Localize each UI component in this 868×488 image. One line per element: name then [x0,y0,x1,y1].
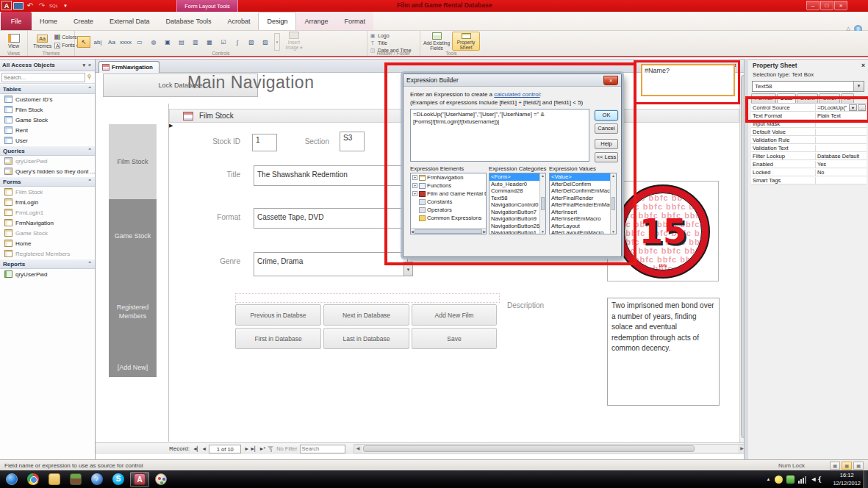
record-search-input[interactable] [300,445,345,453]
list-item[interactable]: AfterInsertEmMacro [550,215,610,223]
builder-icon[interactable]: ... [858,104,866,111]
nav-item[interactable]: Query's hidden so they dont ... [0,166,95,176]
control-selector[interactable]: Text58 ▼ [752,81,864,92]
dialog-close-icon[interactable]: × [603,76,618,85]
qat-button[interactable]: A [1,1,12,10]
list-item[interactable]: <Form> [489,173,539,181]
expand-icon[interactable]: + [412,183,417,188]
ribbon-tab[interactable]: Format [337,12,374,30]
filter-status[interactable]: No Filter [276,445,297,452]
side-tab-film-stock[interactable]: Film Stock [109,124,157,199]
property-sheet-button[interactable]: Property Sheet [452,32,480,51]
description-field[interactable]: Two imprisoned men bond over a number of… [607,298,720,406]
section-field[interactable]: S3 [340,132,365,151]
control-icon[interactable]: ▭ [133,36,146,48]
record-position[interactable]: 1 of 10 [209,445,241,453]
nav-item[interactable]: Film Stock [0,104,95,115]
stock-id-field[interactable]: 1 [252,134,277,151]
record-nav-icon[interactable]: ◄▏ [192,446,201,452]
ribbon-tab[interactable]: External Data [101,12,158,30]
record-nav-icon[interactable]: ►▏ [249,446,258,452]
insert-image-button[interactable]: Insert Image ▾ [281,32,306,51]
dropdown-icon[interactable]: ▼ [853,82,864,91]
control-icon[interactable]: ▥ [189,36,202,48]
form-button[interactable]: Add New Film [412,304,497,326]
ribbon-tab[interactable]: Home [32,12,65,30]
tree-item[interactable]: +FrmNavigation [411,173,486,182]
nav-section-forms[interactable]: Forms⌃ [0,176,95,187]
header-footer-button[interactable]: TTitle [370,40,417,46]
volume-icon[interactable]: ◄❴ [811,476,822,483]
qat-button[interactable] [13,2,24,10]
taskbar-icon[interactable] [45,472,64,487]
list-item[interactable]: NavigationButton1 [489,229,539,234]
view-button[interactable]: View [2,32,25,51]
vertical-scrollbar[interactable]: ▲▼ [610,173,616,234]
list-item[interactable]: AfterDelConfirm [550,181,610,188]
file-tab[interactable]: File [1,12,32,30]
property-tab[interactable]: Other [819,93,840,103]
tree-item[interactable]: +Common Expressions [411,214,486,222]
tree-item[interactable]: +Functions [411,182,486,190]
tray-app-icon[interactable] [786,476,795,484]
tray-app-icon[interactable] [775,476,783,484]
nav-item[interactable]: Game Stock [0,228,95,238]
nav-item[interactable]: qryUserPwd [0,269,95,279]
tree-item[interactable]: +Film and Game Rental Data [411,190,486,198]
control-icon[interactable]: ʃ [231,36,244,48]
nav-section-tables[interactable]: Tables⌃ [0,84,95,94]
scrollbar-thumb[interactable] [363,445,695,452]
ribbon-tab[interactable]: Database Tools [158,12,220,30]
list-item[interactable]: <Value> [550,173,610,181]
ribbon-tab[interactable]: Design [258,12,296,30]
vertical-scrollbar[interactable]: ▲▼ [539,173,545,234]
view-shortcut-icon[interactable]: ▦ [853,462,864,470]
nav-item[interactable]: Film Stock [0,187,95,197]
taskbar-clock[interactable]: 16:12 12/12/2012 [833,471,861,487]
taskbar-icon[interactable] [24,472,43,487]
minimize-button[interactable]: – [806,1,819,10]
genre-dropdown-icon[interactable]: ▼ [403,262,413,276]
nav-item[interactable]: Home [0,238,95,248]
list-item[interactable]: AfterInsert [550,209,610,216]
title-field[interactable]: The Shawshank Redemtion [254,165,408,186]
property-tab[interactable]: Format [751,93,776,103]
form-button[interactable]: Previous in Databse [235,304,321,326]
genre-field[interactable]: Crime, Drama [254,252,408,276]
side-tab-add-new[interactable]: [Add New] [109,364,157,371]
list-item[interactable]: NavigationButton9 [489,215,539,223]
taskbar-icon[interactable]: S [109,472,128,487]
scroll-left-icon[interactable]: ◀ [354,445,362,453]
ribbon-tab[interactable]: Create [65,12,101,30]
list-item[interactable]: AfterDelConfirmEmMacro [550,187,610,195]
dropdown-icon[interactable]: ▼ [849,104,857,111]
nav-item[interactable]: User [0,135,95,146]
ribbon-tab[interactable]: Acrobat [219,12,258,30]
list-item[interactable]: AfterLayoutEmMacro [550,229,610,234]
nav-pane-menu-icon[interactable]: ▾ [82,62,87,68]
control-icon[interactable]: ☑ [217,36,230,48]
less-button[interactable]: << Less [595,152,618,162]
nav-item[interactable]: Game Stock [0,115,95,125]
nav-pane-collapse-icon[interactable]: « [87,62,93,68]
control-icon[interactable]: ▨ [259,36,272,48]
horizontal-scrollbar[interactable]: ◀▶ [411,228,486,234]
tree-item[interactable]: +Constants [411,198,486,206]
taskbar-icon[interactable]: ♪ [87,472,107,487]
rating-image-frame[interactable]: bbfc bbfc bbfc bbfc bbfc bbfc bbfc bbfc … [607,181,719,281]
restore-button[interactable]: □ [820,1,833,10]
record-nav-icon[interactable]: ► [243,446,249,452]
control-icon[interactable]: ▣ [161,36,174,48]
taskbar-icon[interactable] [2,472,21,487]
show-desktop-button[interactable] [863,470,868,488]
themes-button[interactable]: Aa Themes [30,32,54,51]
network-icon[interactable] [798,476,807,484]
list-item[interactable]: AfterLayout [550,223,610,230]
horizontal-scrollbar[interactable]: ◀ ▶ [354,444,747,453]
taskbar-icon[interactable] [66,472,85,487]
control-icon[interactable]: xxxx [119,36,132,48]
expression-input[interactable]: =DLookUp("[UserName]","[User]","[UserNam… [410,109,589,162]
close-button[interactable]: × [834,1,847,10]
add-existing-fields-button[interactable]: Add Existing Fields [423,32,451,51]
nav-item[interactable]: Customer ID's [0,94,95,104]
